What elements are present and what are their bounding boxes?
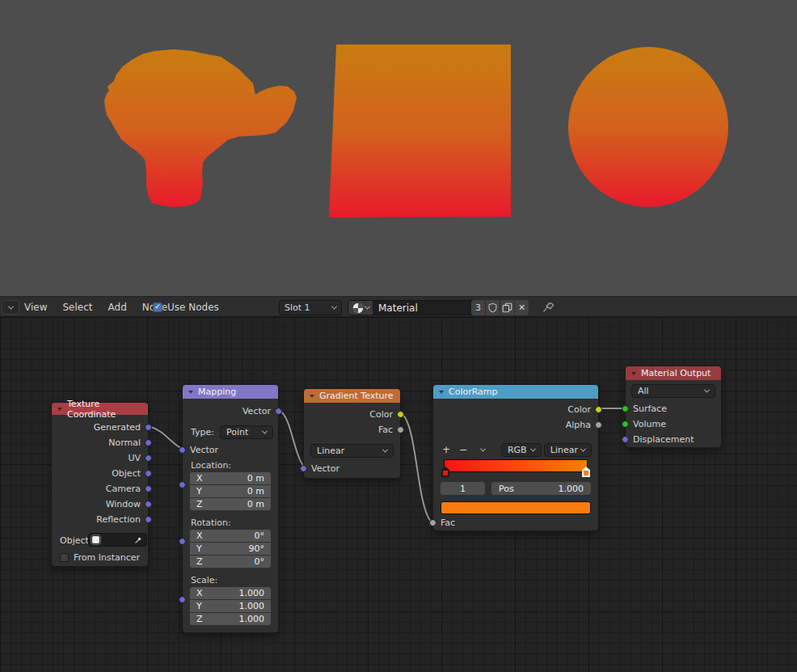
socket-scale-input[interactable] <box>179 596 186 603</box>
node-header[interactable]: Gradient Texture <box>304 389 400 403</box>
socket-alpha-output[interactable] <box>595 421 602 429</box>
socket-fac-output[interactable] <box>397 426 404 433</box>
node-gradient-texture[interactable]: Gradient Texture Color Fac Linear Vector <box>303 388 401 479</box>
socket-vector-input[interactable] <box>179 446 186 454</box>
axis-label: Z <box>196 499 203 509</box>
gradient-type-value: Linear <box>317 446 344 456</box>
checkbox-unchecked-icon[interactable] <box>60 553 69 562</box>
node-mapping[interactable]: Mapping Vector Type: Point Vector Locati… <box>182 384 279 633</box>
slot-value: Slot 1 <box>285 302 310 313</box>
node-header[interactable]: ColorRamp <box>433 385 598 399</box>
active-stop-color-swatch[interactable] <box>441 501 591 514</box>
input-label: Surface <box>633 404 667 414</box>
collapse-triangle-icon[interactable] <box>631 372 636 375</box>
node-header[interactable]: Mapping <box>183 385 278 399</box>
rotation-x-slider[interactable]: X0° <box>190 530 271 542</box>
socket-object-output[interactable] <box>145 470 152 477</box>
remove-stop-button[interactable]: − <box>457 444 470 455</box>
scale-y-slider[interactable]: Y1.000 <box>190 600 271 612</box>
output-label: Alpha <box>566 420 591 430</box>
axis-value: 0 m <box>247 499 264 509</box>
cube-object[interactable] <box>329 44 511 218</box>
socket-reflection-output[interactable] <box>145 516 152 523</box>
target-dropdown[interactable]: All <box>631 384 715 398</box>
socket-camera-output[interactable] <box>145 485 152 492</box>
suzanne-monkey-object[interactable] <box>104 49 297 207</box>
socket-location-input[interactable] <box>179 481 186 488</box>
color-mode-dropdown[interactable]: RGB <box>501 443 542 457</box>
interpolation-dropdown[interactable]: Linear <box>544 443 592 457</box>
node-material-output[interactable]: Material Output All Surface Volume Displ… <box>625 366 722 448</box>
unlink-material-button[interactable]: ✕ <box>515 300 529 315</box>
node-title: Texture Coordinate <box>67 399 142 420</box>
fake-user-button[interactable] <box>486 300 500 315</box>
scale-x-slider[interactable]: X1.000 <box>190 587 271 599</box>
node-texture-coordinate[interactable]: Texture Coordinate Generated Normal UV O… <box>51 402 149 567</box>
editor-type-dropdown[interactable] <box>2 300 19 315</box>
socket-surface-input[interactable] <box>622 405 629 412</box>
location-z-slider[interactable]: Z0 m <box>190 498 271 510</box>
rotation-z-slider[interactable]: Z0° <box>190 556 271 568</box>
socket-color-output[interactable] <box>397 411 404 418</box>
socket-uv-output[interactable] <box>145 454 152 462</box>
socket-vector-output[interactable] <box>275 408 282 415</box>
eyedropper-icon[interactable] <box>134 535 143 544</box>
output-normal: Normal <box>52 435 148 450</box>
sphere-object[interactable] <box>568 47 728 207</box>
scale-group-label: Scale: <box>191 575 270 585</box>
collapse-triangle-icon[interactable] <box>57 408 62 411</box>
mapping-type-dropdown[interactable]: Point <box>220 425 273 439</box>
3d-viewport[interactable] <box>0 0 797 296</box>
collapse-triangle-icon[interactable] <box>188 391 193 394</box>
node-colorramp[interactable]: ColorRamp Color Alpha + − RGB Linear <box>432 384 599 531</box>
gradient-type-dropdown[interactable]: Linear <box>310 444 394 458</box>
object-picker-field[interactable] <box>88 533 147 547</box>
color-ramp-gradient-bar[interactable] <box>444 459 588 472</box>
rotation-y-slider[interactable]: Y90° <box>190 543 271 555</box>
location-y-slider[interactable]: Y0 m <box>190 485 271 497</box>
chevron-down-icon <box>331 304 337 310</box>
new-material-button[interactable] <box>500 300 514 315</box>
output-label: Camera <box>106 484 141 494</box>
add-stop-button[interactable]: + <box>440 444 453 455</box>
use-nodes-toggle[interactable]: ✓ Use Nodes <box>153 297 219 317</box>
material-datablock-buttons: 3 ✕ <box>471 300 529 315</box>
material-browse-button[interactable] <box>348 301 373 315</box>
location-x-slider[interactable]: X0 m <box>190 472 271 484</box>
menu-view[interactable]: View <box>24 302 47 313</box>
material-users-count-button[interactable]: 3 <box>471 300 485 315</box>
material-slot-dropdown[interactable]: Slot 1 <box>279 300 342 315</box>
socket-vector-input[interactable] <box>300 465 307 472</box>
collapse-triangle-icon[interactable] <box>439 391 444 394</box>
output-alpha: Alpha <box>433 417 598 433</box>
socket-displacement-input[interactable] <box>622 436 629 443</box>
stop-position-field[interactable]: Pos 1.000 <box>491 482 591 495</box>
rotation-group-label: Rotation: <box>191 518 270 528</box>
type-label: Type: <box>191 427 214 437</box>
active-stop-index-field[interactable]: 1 <box>441 482 485 495</box>
axis-value: 0 m <box>247 473 264 484</box>
menu-select[interactable]: Select <box>62 302 92 313</box>
node-header[interactable]: Material Output <box>626 366 721 380</box>
menu-add[interactable]: Add <box>108 302 127 313</box>
socket-volume-input[interactable] <box>622 421 629 428</box>
chevron-down-icon <box>382 447 388 453</box>
material-name-field[interactable]: Material <box>373 301 474 315</box>
ramp-stop-1-selected[interactable] <box>582 467 590 477</box>
socket-normal-output[interactable] <box>145 439 152 446</box>
pin-button[interactable] <box>540 300 555 315</box>
output-label: UV <box>128 453 141 463</box>
ramp-stop-0[interactable] <box>441 467 449 477</box>
socket-color-output[interactable] <box>595 406 602 413</box>
collapse-triangle-icon[interactable] <box>310 395 314 398</box>
socket-rotation-input[interactable] <box>179 538 186 545</box>
axis-value: 90° <box>249 543 265 554</box>
node-header[interactable]: Texture Coordinate <box>52 403 148 415</box>
socket-fac-input[interactable] <box>429 519 436 526</box>
scale-z-slider[interactable]: Z1.000 <box>190 613 271 625</box>
material-name-value: Material <box>378 302 418 314</box>
socket-generated-output[interactable] <box>145 424 152 431</box>
socket-window-output[interactable] <box>145 501 152 508</box>
chevron-down-icon <box>7 303 13 309</box>
ramp-options-button[interactable] <box>481 448 485 452</box>
